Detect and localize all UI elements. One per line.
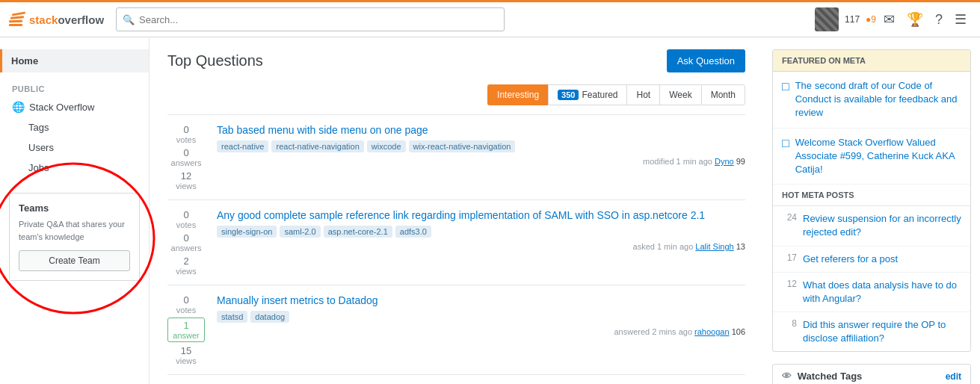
menu-button[interactable]: ☰: [950, 8, 971, 31]
sidebar-item-home[interactable]: Home: [0, 49, 149, 72]
logo-text: stackoverflow: [29, 13, 104, 26]
topbar: stackoverflow 🔍 117 ●9 ✉ 🏆 ? ☰: [0, 0, 980, 37]
featured-item-text[interactable]: Welcome Stack Overflow Valued Associate …: [795, 136, 961, 177]
sidebar-section-public: PUBLIC: [0, 72, 149, 96]
list-item: 24 Review suspension for an incorrectly …: [773, 206, 970, 246]
tag[interactable]: saml-2.0: [280, 226, 320, 238]
question-title[interactable]: Manually insert metrics to Datadog: [217, 294, 745, 306]
tag[interactable]: adfs3.0: [395, 226, 431, 238]
question-meta: modified 1 min ago Dyno 99: [217, 157, 745, 166]
tag[interactable]: asp.net-core-2.1: [324, 226, 392, 238]
logo-stack-icon: [9, 13, 25, 26]
teams-box: Teams Private Q&A that shares your team'…: [9, 193, 140, 281]
main-header: Top Questions Ask Question: [167, 49, 745, 72]
hot-item-text[interactable]: Get referers for a post: [803, 253, 898, 266]
eye-icon: 👁: [782, 371, 792, 382]
views-stat: 12 views: [168, 170, 204, 191]
featured-count-badge: 350: [558, 90, 579, 100]
right-sidebar: FEATURED ON META □ The second draft of o…: [763, 37, 980, 384]
list-item: □ Welcome Stack Overflow Valued Associat…: [773, 128, 970, 185]
topbar-right: 117 ●9 ✉ 🏆 ? ☰: [815, 7, 971, 31]
user-rep: 106: [732, 327, 745, 336]
list-item: 17 Get referers for a post: [773, 247, 970, 273]
hot-count: 12: [782, 279, 797, 289]
list-item: 8 Did this answer require the OP to disc…: [773, 312, 970, 351]
question-user[interactable]: Dyno: [715, 157, 734, 166]
teams-title: Teams: [19, 202, 130, 214]
filter-tab-week[interactable]: Week: [659, 84, 700, 105]
question-stats: 0 votes 0 answers 12 views: [167, 124, 205, 191]
views-stat: 2 views: [168, 256, 204, 276]
watched-tags-box: 👁 Watched Tags edit: [772, 364, 971, 384]
search-input[interactable]: [139, 14, 498, 25]
votes-stat: 0 votes: [168, 124, 204, 144]
questions-list: 0 votes 0 answers 12 views Tab based men…: [167, 114, 745, 384]
views-stat: 15 views: [168, 345, 204, 365]
tag[interactable]: react-native-navigation: [271, 140, 363, 152]
hot-item-text[interactable]: What does data analysis have to do with …: [803, 279, 961, 306]
user-rep: 13: [736, 242, 745, 251]
votes-stat: 0 votes: [168, 209, 204, 229]
layout: Home PUBLIC 🌐 Stack Overflow Tags Users …: [0, 37, 980, 384]
sidebar-item-users[interactable]: Users: [0, 137, 149, 158]
question-meta: answered 2 mins ago rahoogan 106: [217, 327, 745, 336]
tag[interactable]: datadog: [250, 311, 289, 323]
filter-tab-month[interactable]: Month: [701, 84, 745, 105]
inbox-button[interactable]: ✉: [879, 8, 899, 31]
tag[interactable]: wix-react-native-navigation: [409, 140, 516, 152]
list-item: 12 What does data analysis have to do wi…: [773, 273, 970, 312]
tag[interactable]: react-native: [217, 140, 268, 152]
filter-tab-hot[interactable]: Hot: [626, 84, 659, 105]
search-icon: 🔍: [123, 14, 135, 25]
table-row: 0 votes 1 answer 15 views Manually inser…: [167, 285, 745, 374]
watched-tags-edit[interactable]: edit: [946, 371, 961, 382]
question-user[interactable]: rahoogan: [694, 327, 730, 336]
help-button[interactable]: ?: [931, 9, 947, 31]
question-tags: single-sign-on saml-2.0 asp.net-core-2.1…: [217, 226, 745, 238]
avatar[interactable]: [815, 7, 839, 31]
user-rep: 99: [736, 157, 745, 166]
question-title[interactable]: Any good complete sample reference link …: [217, 209, 745, 221]
page-title: Top Questions: [167, 52, 263, 69]
question-stats: 0 votes 0 answers 2 views: [167, 209, 205, 276]
question-title[interactable]: Tab based menu with side menu on one pag…: [217, 124, 745, 136]
filter-tab-interesting[interactable]: Interesting: [487, 84, 548, 105]
question-stats: 0 votes 1 answer 15 views: [167, 294, 205, 365]
hot-item-text[interactable]: Did this answer require the OP to disclo…: [803, 318, 961, 345]
reputation-score: 117: [845, 14, 860, 25]
table-row: 0 votes 0 answers 12 views Tab based men…: [167, 114, 745, 199]
answers-stat: 0 answers: [168, 232, 204, 253]
votes-stat: 0 votes: [168, 294, 204, 315]
question-user[interactable]: Lalit Singh: [695, 242, 733, 251]
question-tags: statsd datadog: [217, 311, 745, 323]
tag[interactable]: wixcode: [367, 140, 406, 152]
achievements-button[interactable]: 🏆: [902, 8, 928, 31]
filter-tab-featured[interactable]: 350 Featured: [548, 84, 626, 105]
sidebar-item-stackoverflow[interactable]: 🌐 Stack Overflow: [0, 96, 149, 117]
chat-icon: □: [782, 80, 789, 93]
hot-count: 17: [782, 253, 797, 263]
filter-tabs: Interesting 350 Featured Hot Week Month: [167, 84, 745, 105]
hot-count: 8: [782, 318, 797, 329]
sidebar-item-tags[interactable]: Tags: [0, 117, 149, 137]
create-team-button[interactable]: Create Team: [19, 250, 130, 271]
globe-icon: 🌐: [12, 101, 25, 113]
hot-count: 24: [782, 212, 797, 223]
sidebar: Home PUBLIC 🌐 Stack Overflow Tags Users …: [0, 37, 150, 384]
question-content: Any good complete sample reference link …: [217, 209, 745, 276]
table-row: 0 votes 0 answers 2 views Any good compl…: [167, 199, 745, 285]
sidebar-item-jobs[interactable]: Jobs: [0, 158, 149, 178]
tag[interactable]: single-sign-on: [217, 226, 277, 238]
featured-meta-box: FEATURED ON META □ The second draft of o…: [772, 49, 971, 352]
ask-question-button[interactable]: Ask Question: [667, 49, 745, 72]
watched-tags-header: 👁 Watched Tags edit: [773, 365, 970, 384]
hot-item-text[interactable]: Review suspension for an incorrectly rej…: [803, 212, 961, 239]
site-logo[interactable]: stackoverflow: [9, 13, 104, 26]
tag[interactable]: statsd: [217, 311, 247, 323]
teams-description: Private Q&A that shares your team's know…: [19, 218, 130, 243]
chat-icon: □: [782, 137, 789, 150]
search-bar: 🔍: [116, 7, 505, 31]
question-meta: asked 1 min ago Lalit Singh 13: [217, 242, 745, 251]
featured-item-text[interactable]: The second draft of our Code of Conduct …: [795, 79, 961, 120]
question-content: Manually insert metrics to Datadog stats…: [217, 294, 745, 365]
